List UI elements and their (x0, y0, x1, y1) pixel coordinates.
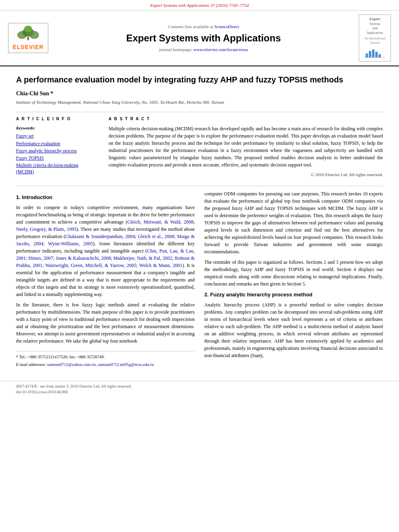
elsevier-name: ELSEVIER (10, 43, 46, 51)
svg-rect-7 (372, 49, 374, 58)
article-title: A performance evaluation model by integr… (16, 74, 383, 85)
footnote-email1-link[interactable]: samsun0712@yahoo.com.tw (47, 362, 96, 367)
ref-himes2007[interactable]: Himes, 2007 (29, 255, 53, 261)
journal-homepage: journal homepage: www.elsevier.com/locat… (56, 47, 351, 53)
ref-gleich2008[interactable]: Gleich, Motwani, & Wald, 2008 (128, 219, 193, 225)
keyword-1[interactable]: Fuzzy set (16, 133, 97, 139)
ref-neely1995[interactable]: Neely, Gregory, & Platts, 1995 (16, 226, 76, 232)
ref-wainwright2005[interactable]: Wainwright, Green, Mitchell, & Yarrow, 2… (45, 263, 136, 268)
abstract-col: A B S T R A C T Multiple criteria decisi… (109, 116, 383, 178)
paper-content: A performance evaluation model by integr… (0, 66, 399, 377)
divider-2 (16, 186, 383, 186)
keyword-3[interactable]: Fuzzy analytic hierarchy process (16, 148, 97, 154)
footnote-email: E-mail addresses: samsun0712@yahoo.com.t… (16, 362, 195, 368)
keywords-label: Keywords: (16, 125, 97, 131)
ref-sec5[interactable]: 5 (302, 281, 305, 287)
ref-gleich2[interactable]: Gleich et al., 2008 (138, 234, 174, 239)
keyword-4[interactable]: Fuzzy TOPSIS (16, 155, 97, 161)
section1-heading: 1. Introduction (16, 193, 195, 201)
footnote-section: * Tel.: +886 35712121x57520; fax: +886 3… (16, 351, 195, 368)
elsevier-logo-left: ELSEVIER (8, 23, 48, 53)
keyword-5[interactable]: Multiple criteria decision-making (MCDM) (16, 162, 97, 175)
header-center: Contents lists available at ScienceDirec… (48, 24, 359, 53)
footnote-email2-link[interactable]: samsun0712.mt95g@nctu.edu.tw (98, 362, 154, 367)
science-direct-link: Contents lists available at ScienceDirec… (56, 24, 351, 30)
doi-text: doi:10.1016/j.eswa.2010.04.066 (16, 390, 68, 394)
body-col-right: computer ODM companies for pursuing our … (204, 190, 383, 369)
ref-welch2001[interactable]: Welch & Mann, 2001 (139, 263, 182, 268)
ref-mukherjee2002[interactable]: Mukherjee, Nath, & Pal, 2002 (113, 255, 172, 261)
intro-col2-para2: The reminder of this paper is organized … (204, 259, 383, 288)
ref-sec3[interactable]: 3 (336, 259, 339, 265)
copyright-line: © 2010 Elsevier Ltd. All rights reserved… (109, 172, 383, 178)
abstract-text: Multiple criteria decision-making (MCDM)… (109, 125, 383, 168)
ref-chalasani2004[interactable]: Chalasani & Sounderpandian, 2004 (65, 234, 135, 239)
body-columns: 1. Introduction In order to compete in t… (16, 190, 383, 369)
elsevier-box: ELSEVIER (8, 23, 48, 53)
logo-chart-icon (365, 46, 385, 58)
svg-point-2 (29, 31, 39, 39)
copyright-text: 0957-4174/$ - see front matter © 2010 El… (16, 384, 132, 388)
keyword-2[interactable]: Performance evaluation (16, 140, 97, 147)
author-affiliation: Institute of Technology Management, Nati… (16, 99, 383, 105)
svg-rect-9 (378, 54, 381, 58)
author-name: Chia-Chi Sun * (16, 90, 383, 98)
abstract-title: A B S T R A C T (109, 116, 383, 122)
article-info-col: A R T I C L E I N F O Keywords: Fuzzy se… (16, 116, 97, 178)
bottom-bar: 0957-4174/$ - see front matter © 2010 El… (0, 381, 399, 397)
journal-bar: Expert Systems with Applications 37 (201… (0, 0, 399, 10)
article-info-title: A R T I C L E I N F O (16, 116, 97, 122)
journal-title-header: Expert Systems with Applications (56, 31, 351, 45)
section2-para1: Analytic hierarchy process (AHP) is a po… (204, 301, 383, 359)
elsevier-tree-icon (16, 25, 40, 41)
ref-sec2[interactable]: 2 (324, 259, 326, 265)
svg-rect-5 (366, 53, 368, 58)
svg-rect-6 (369, 51, 371, 58)
elsevier-logo-right: Expert Systems with Applications An Inte… (359, 14, 391, 62)
section2-heading: 2. Fuzzy analytic hierarchy process meth… (204, 291, 383, 299)
body-col-left: 1. Introduction In order to compete in t… (16, 190, 195, 369)
intro-para2: In the literature, there is few fuzzy lo… (16, 301, 195, 345)
ref-jones2008[interactable]: Jones & Kaluarachchi, 2008 (56, 255, 111, 261)
journal-citation: Expert Systems with Applications 37 (201… (150, 3, 249, 8)
footnote-star: * Tel.: +886 35712121x57520; fax: +886 3… (16, 354, 195, 360)
divider-1 (16, 112, 383, 112)
intro-col2-para1: computer ODM companies for pursuing our … (204, 190, 383, 255)
svg-rect-4 (27, 37, 29, 40)
svg-point-3 (24, 26, 32, 32)
ref-sec4[interactable]: 4 (354, 267, 356, 272)
science-direct-anchor[interactable]: ScienceDirect (214, 24, 239, 29)
header-section: ELSEVIER Contents lists available at Sci… (0, 10, 399, 66)
info-columns: A R T I C L E I N F O Keywords: Fuzzy se… (16, 116, 383, 178)
homepage-link[interactable]: www.elsevier.com/locate/eswa (193, 47, 248, 52)
svg-rect-8 (375, 52, 378, 58)
intro-para1: In order to compete in today's competiti… (16, 204, 195, 298)
ref-wynn2005[interactable]: Wynn-Williams, 2005 (48, 241, 93, 246)
journal-logo-box: Expert Systems with Applications An Inte… (359, 14, 391, 62)
